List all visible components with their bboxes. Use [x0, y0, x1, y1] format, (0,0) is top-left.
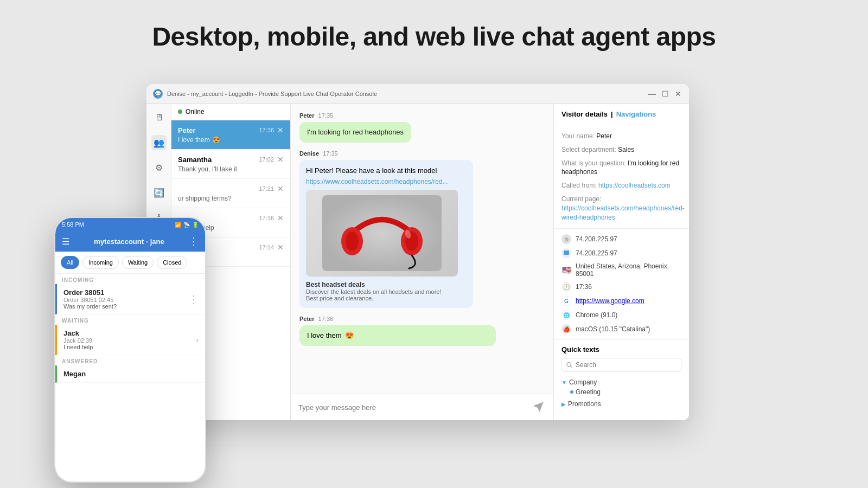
phone-chat-megan-name: Megan — [63, 370, 86, 378]
quick-search-box — [561, 358, 681, 372]
tab-waiting[interactable]: Waiting — [122, 256, 154, 269]
chat-item-peter-time: 17:36 — [259, 127, 274, 133]
phone-chat-megan[interactable]: Megan — [55, 365, 205, 383]
folder-closed-icon: ▶ — [561, 401, 566, 407]
mobile-phone: 5:58 PM 📶 📡 🔋 ☰ mytestaccount - jane ⋮ A… — [54, 217, 206, 483]
svg-point-9 — [567, 363, 571, 367]
msg-meta-2: Denise 17:35 — [299, 150, 545, 157]
phone-chat-jack-preview: I need help — [63, 344, 93, 350]
app-icon: 💬 — [153, 89, 163, 99]
sidebar-icon-refresh[interactable]: 🔄 — [151, 185, 167, 200]
headset-card-link[interactable]: https://www.coolheadsets.com/headphones/… — [306, 178, 467, 185]
hamburger-menu[interactable]: ☰ — [62, 236, 69, 247]
tab-incoming[interactable]: Incoming — [82, 256, 119, 269]
chat-item-anon1-time: 17:21 — [259, 185, 274, 192]
msg-meta-1: Peter 17:35 — [299, 112, 545, 119]
msg-bubble-3: I love them 😍 — [299, 325, 496, 346]
window-body: 🖥 👥 ⚙ 🔄 ℹ Online Peter 17:36 ✕ — [146, 104, 689, 420]
current-link[interactable]: https://coolheadsets.com/headphones/red-… — [561, 204, 685, 221]
detail-referrer-row: G https://www.google.com — [561, 296, 681, 306]
section-incoming: INCOMING — [55, 274, 205, 284]
chat-messages: Peter 17:35 I'm looking for red headphon… — [291, 104, 553, 394]
chat-close-anon1[interactable]: ✕ — [277, 184, 284, 193]
message-row-2: Denise 17:35 Hi Peter! Please have a loo… — [299, 150, 545, 308]
chat-item-samantha-name: Samantha — [178, 156, 212, 164]
status-text: Online — [186, 108, 205, 115]
tree-company[interactable]: ▼ Company — [561, 377, 681, 387]
headset-card: Hi Peter! Please have a look at this mod… — [299, 160, 473, 308]
svg-marker-7 — [533, 402, 543, 412]
minimize-button[interactable]: — — [648, 89, 656, 98]
chat-close-samantha[interactable]: ✕ — [277, 155, 284, 164]
detail-location-row: 🇺🇸 United States, Arizona, Phoenix, 8500… — [561, 262, 681, 278]
phone-chat-jack[interactable]: Jack Jack 02:39 I need help › — [55, 325, 205, 355]
ip2-value: 74.208.225.97 — [576, 249, 617, 257]
dots-menu[interactable]: ⋮ — [189, 235, 199, 247]
chat-close-peter[interactable]: ✕ — [277, 126, 284, 134]
detail-question: What is your question: I'm looking for r… — [561, 159, 681, 177]
ip-icon: ⊙ — [561, 234, 571, 244]
company-label: Company — [569, 378, 597, 386]
chat-item-samantha-preview: Thank you, I'll take it — [178, 165, 284, 173]
sidebar-icon-settings[interactable]: ⚙ — [151, 160, 167, 175]
referrer-link[interactable]: https://www.google.com — [576, 297, 644, 305]
phone-tabs: All Incoming Waiting Closed — [55, 252, 205, 274]
battery-icon: 🔋 — [192, 222, 199, 228]
sidebar-icon-chat[interactable]: 👥 — [151, 135, 167, 150]
maximize-button[interactable]: ☐ — [661, 89, 669, 98]
chat-item-anon1[interactable]: 17:21 ✕ ur shipping terms? — [171, 179, 290, 208]
phone-chat-order-name: Order 38051 — [63, 288, 117, 297]
svg-rect-0 — [322, 195, 442, 271]
send-button[interactable] — [531, 400, 546, 415]
apple-icon: 🍎 — [561, 324, 571, 334]
os-value: macOS (10.15 "Catalina") — [576, 325, 650, 333]
peter-preview-emoji: 😍 — [212, 136, 220, 144]
svg-rect-8 — [564, 251, 569, 255]
quick-search-input[interactable] — [576, 361, 676, 369]
phone-chat-jack-meta: Jack 02:39 — [63, 337, 93, 344]
message-row-3: Peter 17:36 I love them 😍 — [299, 316, 545, 346]
tab-closed[interactable]: Closed — [157, 256, 187, 269]
quick-texts-section: Quick texts ▼ Company Greeting — [554, 340, 689, 414]
time-value: 17:36 — [576, 283, 592, 291]
tree-promotions[interactable]: ▶ Promotions — [561, 399, 681, 409]
called-link[interactable]: https://coolheadsets.com — [598, 182, 671, 189]
detail-time-row: 🕐 17:36 — [561, 282, 681, 292]
search-icon — [566, 362, 572, 368]
chat-item-peter[interactable]: Peter 17:36 ✕ I love them 😍 — [171, 120, 290, 150]
navigations-link[interactable]: Navigations — [616, 110, 656, 118]
ip1-value: 74.208.225.97 — [576, 235, 617, 243]
chrome-icon: 🌐 — [561, 310, 571, 320]
msg-meta-3: Peter 17:36 — [299, 316, 545, 322]
close-button[interactable]: ✕ — [674, 89, 682, 98]
section-answered: ANSWERED — [55, 355, 205, 365]
tree-greeting[interactable]: Greeting — [570, 387, 681, 397]
tab-all[interactable]: All — [61, 256, 79, 269]
chat-item-anon1-preview: ur shipping terms? — [178, 195, 284, 202]
phone-chat-megan-row: Megan — [63, 370, 199, 378]
headset-card-text: Hi Peter! Please have a look at this mod… — [306, 166, 467, 175]
location-value: United States, Arizona, Phoenix, 85001 — [576, 262, 681, 278]
chat-item-anon2-time: 17:36 — [259, 215, 274, 221]
folder-open-icon: ▼ — [561, 380, 567, 386]
desktop-window: 💬 Denise - my_account - LoggedIn - Provi… — [146, 84, 689, 420]
chat-close-anon3[interactable]: ✕ — [277, 243, 284, 252]
right-panel-header: Visitor details | Navigations — [554, 104, 689, 125]
jack-chevron: › — [196, 336, 199, 344]
detail-os-row: 🍎 macOS (10.15 "Catalina") — [561, 324, 681, 334]
sidebar-icon-screen[interactable]: 🖥 — [151, 110, 167, 125]
chat-input[interactable] — [298, 403, 526, 412]
online-dot — [178, 110, 182, 114]
phone-chat-order[interactable]: Order 38051 Order 38051 02:45 Was my ord… — [55, 284, 205, 314]
chat-close-anon2[interactable]: ✕ — [277, 214, 284, 222]
signal-icon: 📶 — [175, 222, 181, 228]
titlebar-left: 💬 Denise - my_account - LoggedIn - Provi… — [153, 89, 377, 99]
detail-ip1-row: ⊙ 74.208.225.97 — [561, 234, 681, 244]
quick-texts-title: Quick texts — [561, 345, 681, 354]
detail-browser-row: 🌐 Chrome (91.0) — [561, 310, 681, 320]
chat-item-samantha-time: 17:02 — [259, 156, 274, 163]
chat-item-samantha[interactable]: Samantha 17:02 ✕ Thank you, I'll take it — [171, 150, 290, 179]
order-options-icon[interactable]: ⋮ — [189, 293, 199, 305]
svg-line-10 — [570, 366, 572, 368]
chat-item-peter-preview: I love them 😍 — [178, 136, 284, 144]
